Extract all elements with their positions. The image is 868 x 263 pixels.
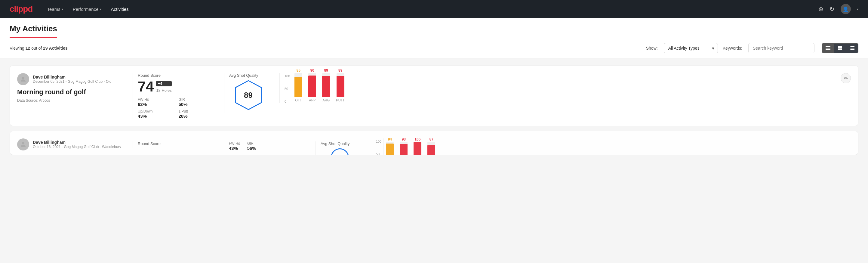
- fw-hit-value: 62%: [138, 102, 172, 107]
- user-info: Dave Billingham October 16, 2021 - Gog M…: [17, 139, 125, 150]
- main-content: Dave Billingham December 05, 2021 - Gog …: [0, 58, 868, 167]
- svg-point-15: [22, 142, 24, 144]
- bar-label: APP: [309, 98, 315, 102]
- card-chart: 100500 94 93 106: [371, 139, 851, 155]
- view-list-button[interactable]: [846, 43, 858, 53]
- bar-value-label: 89: [338, 68, 342, 72]
- page-title: My Activities: [10, 24, 57, 38]
- add-button[interactable]: ⊕: [818, 5, 824, 12]
- search-input[interactable]: [748, 43, 814, 53]
- svg-rect-2: [826, 49, 830, 50]
- nav-activities[interactable]: Activities: [111, 5, 129, 13]
- view-grid-button[interactable]: [834, 43, 846, 53]
- holes-text: 18 Holes: [156, 88, 172, 93]
- round-score-label: Round Score: [138, 73, 212, 78]
- gir-value: 50%: [179, 102, 212, 107]
- chart-bar: [294, 77, 302, 97]
- filter-bar: Viewing 12 out of 29 Activities Show: Al…: [0, 38, 868, 58]
- svg-rect-0: [826, 46, 830, 47]
- user-name: Dave Billingham: [33, 140, 121, 145]
- nav-teams[interactable]: Teams ▾: [47, 5, 63, 13]
- hexagon: 89: [235, 80, 262, 110]
- bar-wrapper: [337, 73, 344, 97]
- updown-value: 43%: [138, 113, 172, 119]
- y-label: 100: [376, 140, 381, 143]
- round-score: 74: [138, 80, 154, 94]
- bar-label: OTT: [295, 98, 302, 102]
- chart-bar: [337, 76, 344, 97]
- y-label: 100: [284, 74, 290, 78]
- y-label: 50: [376, 152, 381, 155]
- chart-bar-group: 93: [400, 137, 407, 155]
- view-list-dense-button[interactable]: [822, 43, 834, 53]
- avatar-chevron-icon: ▾: [857, 7, 858, 11]
- activity-type-dropdown[interactable]: All Activity Types: [664, 43, 718, 53]
- bar-value-label: 87: [430, 137, 433, 141]
- user-info: Dave Billingham December 05, 2021 - Gog …: [17, 73, 125, 85]
- chart-bar: [322, 76, 330, 97]
- activity-type-dropdown-wrapper: All Activity Types: [664, 43, 718, 53]
- refresh-button[interactable]: ↻: [830, 5, 835, 12]
- card-stats: Round Score: [133, 141, 217, 148]
- edit-button[interactable]: ✏: [841, 73, 851, 83]
- nav-performance[interactable]: Performance ▾: [73, 5, 101, 13]
- avatar[interactable]: 👤: [841, 4, 851, 14]
- round-score-label: Round Score: [138, 141, 212, 146]
- card-stats: Round Score 74 +4 18 Holes FW Hit 62% GI…: [133, 73, 217, 119]
- bar-label: ARG: [322, 98, 330, 102]
- card-left: Dave Billingham October 16, 2021 - Gog M…: [17, 139, 125, 153]
- brand-logo[interactable]: clippd: [10, 4, 32, 14]
- svg-point-13: [22, 77, 24, 79]
- bar-wrapper: [386, 142, 394, 155]
- bar-value-label: 93: [402, 137, 406, 141]
- avatar: [17, 139, 29, 150]
- user-name: Dave Billingham: [33, 75, 111, 80]
- updown-label: Up/Down: [138, 109, 172, 113]
- bar-value-label: 90: [310, 68, 314, 72]
- activity-card: Dave Billingham December 05, 2021 - Gog …: [10, 66, 858, 126]
- chart-bar-group: 90 APP: [308, 68, 316, 102]
- card-left: Dave Billingham December 05, 2021 - Gog …: [17, 73, 125, 103]
- one-putt-label: 1 Putt: [179, 109, 212, 113]
- teams-chevron-icon: ▾: [62, 7, 63, 11]
- activity-title: Morning round of golf: [17, 88, 125, 96]
- mini-stats: FW Hit 62% GIR 50% Up/Down 43% 1 Putt 28…: [138, 97, 212, 119]
- chart-bar-group: 89 PUTT: [336, 68, 345, 102]
- keywords-label: Keywords:: [723, 46, 742, 51]
- svg-rect-11: [850, 49, 850, 50]
- chart-bar: [400, 144, 407, 155]
- svg-rect-1: [826, 48, 830, 49]
- svg-rect-5: [838, 49, 840, 50]
- hex-value: 89: [244, 91, 253, 100]
- bar-value-label: 85: [297, 68, 301, 72]
- bar-wrapper: [413, 142, 422, 155]
- one-putt-value: 28%: [179, 113, 212, 119]
- show-label: Show:: [646, 46, 658, 51]
- bar-wrapper: [400, 142, 407, 155]
- chart-bar-group: 87: [427, 137, 435, 155]
- chart-bar-group: 89 ARG: [322, 68, 330, 102]
- fw-hit-value: 43%: [229, 146, 240, 151]
- svg-rect-6: [840, 49, 842, 50]
- card-quality: Avg Shot Quality 89: [224, 73, 272, 113]
- svg-rect-12: [851, 49, 855, 50]
- bar-wrapper: [308, 73, 316, 97]
- card-quality: Avg Shot Quality: [315, 141, 364, 155]
- user-date: October 16, 2021 - Gog Magog Golf Club -…: [33, 145, 121, 149]
- card-mini-stats: FW Hit 43% GIR 56%: [224, 141, 308, 151]
- chart-bar-group: 106: [413, 137, 422, 155]
- y-label: 0: [284, 99, 290, 103]
- y-label: 50: [284, 87, 290, 91]
- bar-value-label: 89: [324, 68, 328, 72]
- card-edit: ✏: [841, 73, 851, 83]
- bar-wrapper: [427, 142, 435, 155]
- activity-card: Dave Billingham October 16, 2021 - Gog M…: [10, 131, 858, 155]
- bar-value-label: 94: [388, 137, 392, 141]
- page-header: My Activities: [0, 18, 868, 38]
- fw-hit-label: FW Hit: [229, 141, 240, 146]
- view-toggle: [822, 43, 858, 53]
- navbar: clippd Teams ▾ Performance ▾ Activities …: [0, 0, 868, 18]
- data-source: Data Source: Arccos: [17, 98, 125, 103]
- avg-shot-label: Avg Shot Quality: [229, 73, 268, 78]
- user-date: December 05, 2021 - Gog Magog Golf Club …: [33, 80, 111, 84]
